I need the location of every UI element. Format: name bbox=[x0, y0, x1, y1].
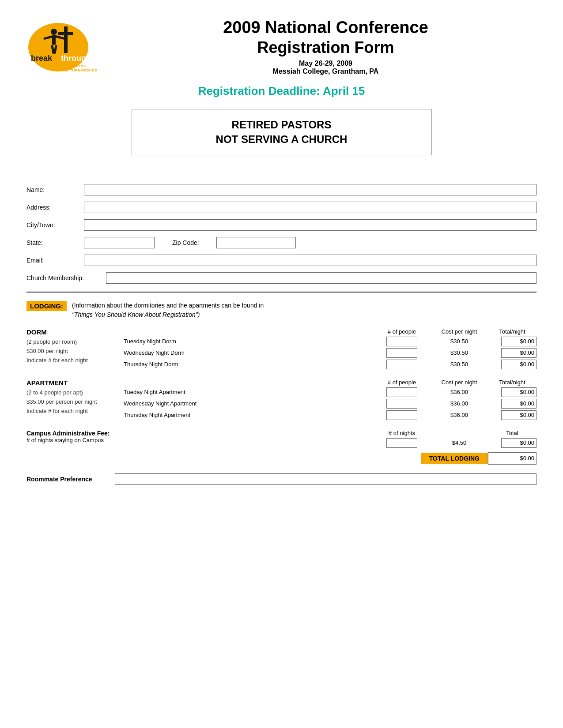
address-input[interactable] bbox=[84, 202, 537, 213]
admin-nights-input[interactable] bbox=[386, 438, 417, 448]
admin-description: Campus Administrative Fee: # of nights s… bbox=[26, 430, 124, 448]
dorm-row3-total-wrap bbox=[488, 360, 537, 369]
church-row: Church Membership: bbox=[26, 272, 537, 284]
apt-row3-name: Thursday Night Apartment bbox=[124, 412, 373, 418]
apartment-desc1: (2 to 4 people per apt) bbox=[26, 388, 124, 398]
admin-row: $4.50 bbox=[124, 438, 537, 448]
dorm-row3-total-input[interactable] bbox=[501, 360, 537, 369]
dorm-row2-name: Wednesday Night Dorm bbox=[124, 349, 373, 356]
state-label: State: bbox=[26, 239, 84, 246]
apt-row3-people-input[interactable] bbox=[386, 410, 417, 420]
dorm-col-total: Total/night bbox=[488, 328, 537, 335]
dorm-row2-people-input[interactable] bbox=[386, 348, 417, 358]
dorm-desc3: Indicate # for each night bbox=[26, 356, 124, 365]
dorm-desc2: $30.00 per night bbox=[26, 347, 124, 356]
total-lodging-row: TOTAL LODGING bbox=[26, 452, 537, 465]
dorm-desc1: (2 people per room) bbox=[26, 338, 124, 347]
lodging-header: LODGING: (Information about the dormitor… bbox=[26, 301, 537, 319]
page-header: break through: EMBRACING THE TURNAROUND … bbox=[26, 18, 537, 75]
apartment-desc3: Indicate # for each night bbox=[26, 407, 124, 416]
conference-dates: May 26-29, 2009 bbox=[115, 60, 537, 68]
name-input[interactable] bbox=[84, 184, 537, 195]
dorm-row1-people-input[interactable] bbox=[386, 337, 417, 346]
apt-row-3: Thursday Night Apartment $36.00 bbox=[124, 410, 537, 420]
svg-text:THE TURNAROUND: THE TURNAROUND bbox=[61, 68, 98, 72]
dorm-row2-input-wrap bbox=[373, 348, 431, 358]
apt-row2-people-input[interactable] bbox=[386, 399, 417, 409]
roommate-row: Roommate Preference bbox=[26, 473, 537, 485]
admin-desc: # of nights staying on Campus bbox=[26, 437, 124, 443]
dorm-row1-input-wrap bbox=[373, 337, 431, 346]
admin-col-cost bbox=[431, 430, 488, 436]
conference-title-line2: Registration Form bbox=[115, 38, 537, 57]
apt-row2-total-input[interactable] bbox=[501, 399, 537, 409]
svg-rect-8 bbox=[58, 32, 73, 35]
apt-col-people: # of people bbox=[373, 379, 431, 386]
dorm-row3-people-input[interactable] bbox=[386, 360, 417, 369]
svg-text:EMBRACING: EMBRACING bbox=[61, 64, 87, 68]
lodging-info-line1: (Information about the dormitories and t… bbox=[72, 301, 264, 310]
city-input[interactable] bbox=[84, 219, 537, 231]
svg-text:through:: through: bbox=[61, 54, 94, 63]
admin-total-input[interactable] bbox=[501, 438, 537, 448]
registration-form: Name: Address: City/Town: State: Zip Cod… bbox=[26, 184, 537, 284]
section-title-box: RETIRED PASTORS NOT SERVING A CHURCH bbox=[132, 109, 432, 155]
apt-row1-people-input[interactable] bbox=[386, 387, 417, 397]
dorm-row1-total-input[interactable] bbox=[501, 337, 537, 346]
dorm-col-people: # of people bbox=[373, 328, 431, 335]
lodging-info-line2: "Things You Should Know About Registrati… bbox=[72, 310, 264, 319]
roommate-input[interactable] bbox=[115, 473, 537, 485]
apartment-description: APARTMENT (2 to 4 people per apt) $35.00… bbox=[26, 379, 124, 422]
title-area: 2009 National Conference Registration Fo… bbox=[115, 18, 537, 75]
dorm-col-headers: # of people Cost per night Total/night bbox=[124, 328, 537, 335]
admin-fee-section: Campus Administrative Fee: # of nights s… bbox=[26, 430, 537, 448]
dorm-row1-total-wrap bbox=[488, 337, 537, 346]
apartment-title: APARTMENT bbox=[26, 379, 124, 387]
name-row: Name: bbox=[26, 184, 537, 195]
svg-rect-7 bbox=[64, 26, 68, 53]
dorm-row2-total-wrap bbox=[488, 348, 537, 358]
apartment-data: # of people Cost per night Total/night T… bbox=[124, 379, 537, 422]
dorm-row-1: Tuesday Night Dorm $30.50 bbox=[124, 337, 537, 346]
lodging-label: LODGING: bbox=[26, 301, 67, 311]
conference-location: Messiah College, Grantham, PA bbox=[115, 68, 537, 75]
section-divider bbox=[26, 292, 537, 293]
apt-row3-total-input[interactable] bbox=[501, 410, 537, 420]
admin-title: Campus Administrative Fee: bbox=[26, 430, 124, 437]
conference-title-line1: 2009 National Conference bbox=[115, 18, 537, 38]
admin-col-nights: # of nights bbox=[373, 430, 431, 436]
total-lodging-input[interactable] bbox=[488, 452, 537, 465]
dorm-row-3: Thursday Night Dorm $30.50 bbox=[124, 360, 537, 369]
apt-row3-cost: $36.00 bbox=[431, 412, 488, 418]
apt-row-1: Tueday Night Apartment $36.00 bbox=[124, 387, 537, 397]
dorm-row3-cost: $30.50 bbox=[431, 361, 488, 368]
dorm-row2-total-input[interactable] bbox=[501, 348, 537, 358]
city-label: City/Town: bbox=[26, 221, 84, 229]
apt-col-headers: # of people Cost per night Total/night bbox=[124, 379, 537, 386]
church-label: Church Membership: bbox=[26, 274, 106, 281]
name-label: Name: bbox=[26, 186, 84, 193]
church-input[interactable] bbox=[106, 272, 537, 284]
email-row: Email: bbox=[26, 255, 537, 266]
dorm-row3-name: Thursday Night Dorm bbox=[124, 361, 373, 368]
roommate-label: Roommate Preference bbox=[26, 476, 115, 483]
zip-input[interactable] bbox=[216, 237, 296, 248]
dorm-row3-input-wrap bbox=[373, 360, 431, 369]
logo-area: break through: EMBRACING THE TURNAROUND bbox=[26, 22, 115, 73]
dorm-row2-cost: $30.50 bbox=[431, 349, 488, 356]
dorm-row1-name: Tuesday Night Dorm bbox=[124, 338, 373, 345]
apt-row-2: Wednesday Night Apartment $36.00 bbox=[124, 399, 537, 409]
lodging-info: (Information about the dormitories and t… bbox=[72, 301, 264, 319]
section-title-line1: RETIRED PASTORS bbox=[216, 117, 348, 132]
state-input[interactable] bbox=[84, 237, 155, 248]
admin-data: # of nights Total $4.50 bbox=[124, 430, 537, 448]
svg-point-1 bbox=[51, 29, 57, 35]
svg-text:break: break bbox=[31, 54, 53, 63]
apt-col-total: Total/night bbox=[488, 379, 537, 386]
apt-row2-name: Wednesday Night Apartment bbox=[124, 400, 373, 407]
email-input[interactable] bbox=[84, 255, 537, 266]
admin-col-headers: # of nights Total bbox=[124, 430, 537, 436]
apt-row1-total-input[interactable] bbox=[501, 387, 537, 397]
apt-row1-name: Tueday Night Apartment bbox=[124, 389, 373, 395]
registration-deadline: Registration Deadline: April 15 bbox=[26, 84, 537, 98]
